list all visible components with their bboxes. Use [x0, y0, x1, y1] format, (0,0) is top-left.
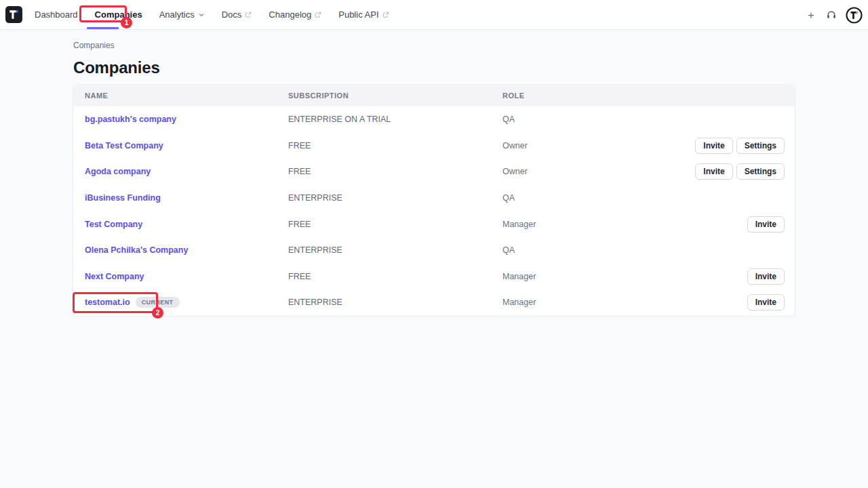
company-link[interactable]: Test Company	[85, 220, 142, 229]
subscription-cell: FREE	[288, 141, 502, 150]
active-tab-indicator	[87, 27, 119, 29]
subscription-cell: ENTERPRISE ON A TRIAL	[288, 115, 502, 124]
subscription-cell: FREE	[288, 167, 502, 176]
main-nav: Dashboard Companies Analytics Docs Chang…	[35, 7, 389, 22]
column-header-subscription: Subscription	[288, 92, 502, 100]
add-button[interactable]: +	[805, 8, 817, 22]
nav-changelog[interactable]: Changelog	[269, 7, 321, 22]
subscription-cell: ENTERPRISE	[288, 298, 502, 307]
external-link-icon	[245, 12, 252, 18]
row-actions: Invite	[747, 294, 795, 310]
column-header-name: Name	[73, 92, 288, 100]
subscription-cell: FREE	[288, 272, 502, 281]
company-link[interactable]: iBusiness Funding	[85, 193, 161, 203]
nav-changelog-label: Changelog	[269, 9, 311, 20]
invite-button[interactable]: Invite	[747, 294, 785, 310]
role-cell: QA	[502, 193, 785, 203]
support-headset-icon[interactable]	[826, 9, 837, 20]
nav-companies[interactable]: Companies	[95, 7, 142, 22]
company-link[interactable]: Agoda company	[85, 167, 151, 176]
app-logo-icon[interactable]	[5, 6, 22, 23]
company-link[interactable]: Olena Pchilka's Company	[85, 245, 188, 255]
column-header-role: Role	[502, 92, 795, 100]
row-actions: InviteSettings	[695, 138, 795, 154]
table-row: Test Company FREE Manager Invite	[73, 211, 795, 237]
subscription-cell: FREE	[288, 220, 502, 229]
row-actions: Invite	[747, 216, 795, 232]
external-link-icon	[382, 12, 389, 18]
topbar-actions: +	[805, 0, 863, 30]
nav-dashboard-label: Dashboard	[35, 9, 78, 20]
subscription-cell: ENTERPRISE	[288, 193, 502, 203]
table-row: Olena Pchilka's Company ENTERPRISE QA	[73, 237, 795, 264]
nav-docs-label: Docs	[222, 9, 242, 20]
table-header-row: Name Subscription Role	[73, 85, 795, 106]
table-row: iBusiness Funding ENTERPRISE QA	[73, 185, 795, 211]
companies-table: Name Subscription Role bg.pastukh's comp…	[73, 85, 795, 316]
topbar: Dashboard Companies Analytics Docs Chang…	[0, 0, 868, 30]
table-row: Beta Test Company FREE Owner InviteSetti…	[73, 133, 795, 159]
external-link-icon	[315, 12, 321, 18]
invite-button[interactable]: Invite	[695, 138, 732, 154]
breadcrumb[interactable]: Companies	[73, 41, 115, 50]
settings-button[interactable]: Settings	[736, 138, 785, 154]
role-cell: Manager	[502, 220, 747, 229]
invite-button[interactable]: Invite	[695, 163, 732, 180]
role-cell: QA	[502, 245, 785, 255]
role-cell: Manager	[502, 272, 747, 281]
company-link[interactable]: Next Company	[85, 272, 144, 281]
nav-public-api-label: Public API	[338, 9, 378, 20]
table-row: Next Company FREE Manager Invite	[73, 264, 795, 290]
company-link[interactable]: testomat.io	[85, 298, 130, 307]
chevron-down-icon	[198, 12, 205, 18]
nav-companies-label: Companies	[95, 9, 142, 20]
row-actions: Invite	[747, 268, 795, 285]
company-link[interactable]: Beta Test Company	[85, 141, 163, 150]
table-row: bg.pastukh's company ENTERPRISE ON A TRI…	[73, 106, 795, 133]
subscription-cell: ENTERPRISE	[288, 245, 502, 255]
table-row: testomat.io CURRENT ENTERPRISE Manager I…	[73, 289, 795, 316]
nav-public-api[interactable]: Public API	[338, 7, 389, 22]
table-body: bg.pastukh's company ENTERPRISE ON A TRI…	[73, 106, 795, 316]
current-badge: CURRENT	[136, 297, 180, 308]
company-link[interactable]: bg.pastukh's company	[85, 115, 176, 124]
nav-analytics[interactable]: Analytics	[159, 7, 205, 22]
nav-docs[interactable]: Docs	[222, 7, 252, 22]
table-row: Agoda company FREE Owner InviteSettings	[73, 159, 795, 185]
invite-button[interactable]: Invite	[747, 268, 785, 285]
nav-dashboard[interactable]: Dashboard	[35, 7, 78, 22]
role-cell: Owner	[502, 141, 695, 150]
user-avatar[interactable]	[846, 7, 863, 24]
role-cell: QA	[502, 115, 785, 124]
role-cell: Owner	[502, 167, 695, 176]
invite-button[interactable]: Invite	[747, 216, 785, 232]
row-actions: InviteSettings	[695, 163, 795, 180]
page-title: Companies	[73, 58, 160, 77]
nav-analytics-label: Analytics	[159, 9, 195, 20]
role-cell: Manager	[502, 298, 747, 307]
settings-button[interactable]: Settings	[736, 163, 785, 180]
